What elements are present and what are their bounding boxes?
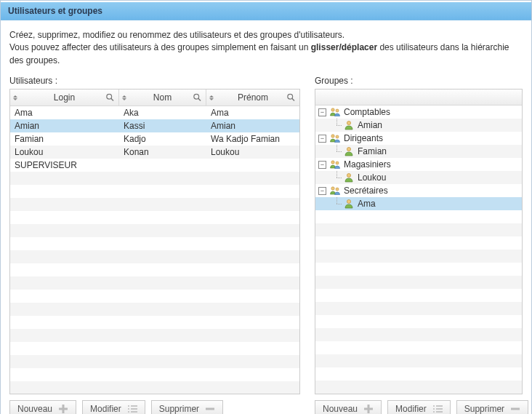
column-header-login[interactable]: Login	[10, 89, 119, 106]
group-icon	[329, 106, 341, 118]
cell: SUPERVISEUR	[10, 160, 119, 170]
users-new-button[interactable]: Nouveau	[9, 400, 76, 414]
groups-new-button[interactable]: Nouveau	[315, 400, 382, 414]
users-grid[interactable]: Login Nom	[9, 89, 300, 394]
tree-user-row[interactable]: Loukou	[315, 171, 522, 184]
search-icon[interactable]	[106, 94, 114, 102]
column-header-prenom[interactable]: Prénom	[206, 89, 299, 106]
svg-point-22	[336, 162, 339, 164]
svg-line-3	[198, 98, 201, 100]
tree-row-empty	[315, 354, 522, 367]
button-label: Supprimer	[159, 404, 199, 414]
svg-line-5	[292, 98, 294, 100]
sort-icon[interactable]	[13, 93, 19, 102]
user-icon	[343, 119, 355, 131]
tree-label: Dirigeants	[344, 133, 383, 143]
cell: Ama	[206, 108, 299, 118]
table-row[interactable]: AmianKassiAmian	[10, 119, 299, 132]
button-label: Supprimer	[464, 404, 504, 414]
tree-label: Secrétaires	[344, 186, 388, 196]
plus-icon	[58, 404, 68, 414]
groups-edit-button[interactable]: Modifier	[387, 400, 451, 414]
intro-line1: Créez, supprimez, modifiez ou renommez d…	[9, 30, 344, 40]
table-row	[10, 198, 299, 211]
title-bar: Utilisateurs et groupes	[1, 1, 531, 20]
group-icon	[329, 185, 341, 196]
tree-user-row[interactable]: Famian	[315, 145, 522, 158]
search-icon[interactable]	[193, 94, 201, 102]
svg-rect-32	[436, 408, 443, 410]
tree-row-empty	[315, 328, 522, 341]
cell: Loukou	[206, 147, 299, 157]
table-row[interactable]: AmaAkaAma	[10, 106, 299, 119]
svg-point-26	[347, 200, 350, 204]
tree-group-row[interactable]: −Magasiniers	[315, 158, 522, 171]
tree-row-empty	[315, 236, 522, 250]
table-row	[10, 329, 299, 342]
table-row[interactable]: SUPERVISEUR	[10, 159, 299, 172]
tree-row-empty	[315, 367, 522, 381]
minus-icon	[510, 404, 520, 414]
tree-label: Ama	[358, 199, 376, 209]
tree-row-empty	[315, 341, 522, 354]
button-label: Nouveau	[323, 404, 358, 414]
users-delete-button[interactable]: Supprimer	[151, 400, 223, 414]
tree-group-row[interactable]: −Dirigeants	[315, 132, 522, 145]
svg-rect-7	[59, 408, 68, 410]
table-row	[10, 250, 299, 263]
group-icon	[329, 159, 341, 170]
svg-point-15	[331, 108, 334, 111]
tree-row-empty	[315, 276, 522, 289]
collapse-icon[interactable]: −	[318, 108, 326, 116]
minus-icon	[205, 404, 215, 414]
groups-button-bar: Nouveau Modifier Supprimer	[315, 400, 523, 414]
groups-delete-button[interactable]: Supprimer	[456, 400, 528, 414]
table-row	[10, 263, 299, 276]
svg-point-31	[433, 408, 435, 410]
tree-row-empty	[315, 250, 522, 263]
table-row	[10, 368, 299, 381]
cell: Kadjo	[119, 134, 206, 144]
cell: Amian	[10, 121, 119, 131]
cell: Aka	[119, 108, 206, 118]
collapse-icon[interactable]: −	[318, 135, 326, 143]
svg-rect-13	[131, 411, 137, 413]
collapse-icon[interactable]: −	[318, 161, 326, 169]
window: Utilisateurs et groupes Créez, supprimez…	[0, 0, 532, 414]
svg-rect-34	[436, 411, 443, 413]
list-icon	[127, 405, 137, 413]
users-grid-header: Login Nom	[10, 89, 299, 106]
list-icon	[432, 405, 443, 413]
users-edit-button[interactable]: Modifier	[82, 400, 145, 414]
table-row	[10, 172, 299, 185]
tree-user-row[interactable]: Amian	[315, 119, 522, 132]
column-label: Login	[54, 92, 75, 103]
svg-point-2	[194, 94, 199, 99]
intro-drag-drop: glisser/déplacer	[311, 42, 377, 52]
tree-user-row[interactable]: Ama	[315, 197, 522, 210]
tree-group-row[interactable]: −Secrétaires	[315, 184, 522, 197]
user-icon	[343, 146, 355, 157]
sort-icon[interactable]	[122, 93, 128, 102]
tree-row-empty	[315, 223, 522, 236]
svg-point-23	[347, 174, 350, 178]
tree-label: Loukou	[358, 172, 386, 183]
svg-rect-35	[511, 408, 520, 410]
svg-point-33	[433, 411, 435, 413]
tree-group-row[interactable]: −Comptables	[315, 106, 522, 119]
cell: Famian	[10, 134, 119, 144]
intro-line2a: Vous pouvez affecter des utilisateurs à …	[9, 42, 311, 52]
search-icon[interactable]	[287, 94, 295, 102]
sort-icon[interactable]	[209, 93, 215, 102]
groups-heading: Groupes :	[315, 76, 523, 86]
groups-tree[interactable]: −ComptablesAmian−DirigeantsFamian−Magasi…	[315, 89, 523, 394]
group-icon	[329, 132, 341, 144]
tree-elbow-icon	[333, 197, 342, 210]
intro-text: Créez, supprimez, modifiez ou renommez d…	[9, 29, 523, 67]
column-header-nom[interactable]: Nom	[119, 89, 206, 106]
table-row[interactable]: LoukouKonanLoukou	[10, 146, 299, 159]
table-row[interactable]: FamianKadjoWa Kadjo Famian	[10, 132, 299, 146]
svg-rect-14	[206, 408, 214, 410]
collapse-icon[interactable]: −	[318, 187, 326, 195]
svg-point-4	[288, 94, 293, 99]
